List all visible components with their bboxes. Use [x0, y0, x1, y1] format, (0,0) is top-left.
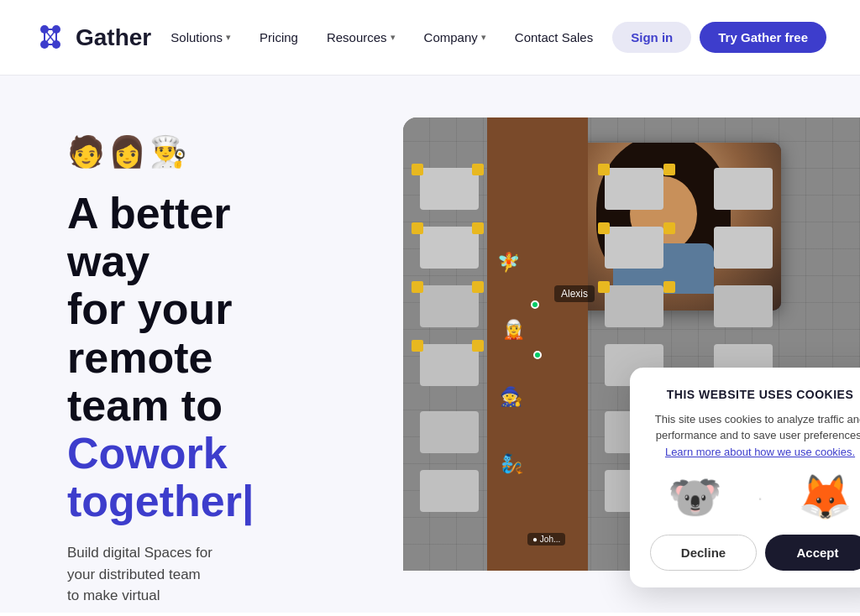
chair-r [663, 164, 675, 175]
logo-text: Gather [76, 24, 151, 51]
online-indicator-2 [531, 300, 539, 309]
nav-resources[interactable]: Resources ▾ [315, 23, 407, 51]
logo-link[interactable]: Gather [34, 21, 151, 55]
desk-item [420, 285, 479, 327]
name-label-john: ● Joh... [527, 533, 565, 546]
nav-pricing[interactable]: Pricing [248, 23, 310, 51]
avatar-1: 🧑 [67, 134, 105, 170]
hero-heading: A better way for your remote team to Cow… [67, 190, 370, 525]
corridor-wall [487, 117, 588, 571]
avatar-3: 👨‍🍳 [149, 134, 187, 170]
desk-item-fr [714, 285, 773, 327]
desk-item-r [605, 285, 663, 327]
decline-button[interactable]: Decline [650, 535, 757, 571]
avatar-2: 👩 [108, 134, 146, 170]
chevron-down-icon: ▾ [481, 32, 486, 43]
chair-r [598, 164, 610, 175]
pixel-char-2: 🧝 [502, 319, 525, 341]
navbar: Gather Solutions ▾ Pricing Resources ▾ C… [0, 0, 860, 76]
chair-r [598, 281, 610, 293]
desk-item [420, 344, 479, 386]
accept-button[interactable]: Accept [765, 535, 860, 571]
nav-contact-sales[interactable]: Contact Sales [503, 23, 605, 51]
gather-logo-icon [34, 21, 67, 55]
chevron-down-icon: ▾ [226, 32, 231, 43]
cookie-divider: · [758, 486, 763, 509]
signin-button[interactable]: Sign in [612, 22, 691, 53]
hero-avatars: 🧑 👩 👨‍🍳 [67, 134, 370, 170]
video-name-badge: Alexis [554, 285, 595, 302]
hero-left: 🧑 👩 👨‍🍳 A better way for your remote tea… [67, 126, 370, 607]
chair [472, 340, 484, 352]
desk-item-fr [714, 227, 773, 269]
cookie-char-right: 🦊 [798, 472, 852, 523]
chair-r [663, 281, 675, 293]
nav-links: Solutions ▾ Pricing Resources ▾ Company … [159, 23, 605, 51]
chair [472, 164, 484, 175]
desk-item [420, 411, 479, 453]
desk-item [420, 470, 479, 512]
chair [472, 222, 484, 234]
hero-accent: Cowork together| [67, 430, 370, 525]
hero-right: 🧙 🧝 🧚 🧞 ● Joh... Alexis THIS [403, 117, 860, 571]
nav-solutions[interactable]: Solutions ▾ [159, 23, 243, 51]
desk-item [420, 168, 479, 210]
nav-actions: Sign in Try Gather free [612, 22, 826, 53]
chair [412, 340, 423, 352]
chair-r [598, 222, 610, 234]
cookie-actions: Decline Accept [650, 535, 860, 571]
hero-section: 🧑 👩 👨‍🍳 A better way for your remote tea… [0, 76, 860, 613]
chair [412, 222, 423, 234]
cookie-banner: THIS WEBSITE USES COOKIES This site uses… [630, 368, 860, 588]
chair [412, 281, 423, 293]
cookie-title: THIS WEBSITE USES COOKIES [650, 388, 860, 401]
chevron-down-icon: ▾ [391, 32, 396, 43]
online-indicator [533, 351, 542, 359]
cookie-body: This site uses cookies to analyze traffi… [650, 411, 860, 461]
try-free-button[interactable]: Try Gather free [700, 22, 826, 53]
cookie-link[interactable]: Learn more about how we use cookies. [665, 446, 855, 458]
desk-item-r [605, 168, 663, 210]
pixel-char-4: 🧞 [501, 453, 523, 475]
cookie-char-left: 🐨 [668, 472, 722, 523]
desk-item [420, 227, 479, 269]
pixel-char-3: 🧚 [497, 252, 520, 274]
desk-item-r [605, 227, 663, 269]
nav-company[interactable]: Company ▾ [412, 23, 498, 51]
chair [472, 281, 484, 293]
chair [412, 164, 423, 175]
desk-item-fr [714, 168, 773, 210]
pixel-char-1: 🧙 [500, 386, 522, 408]
hero-subtext: Build digital Spaces for your distribute… [67, 542, 370, 607]
chair-r [663, 222, 675, 234]
cookie-characters: 🐨 · 🦊 [650, 472, 860, 523]
